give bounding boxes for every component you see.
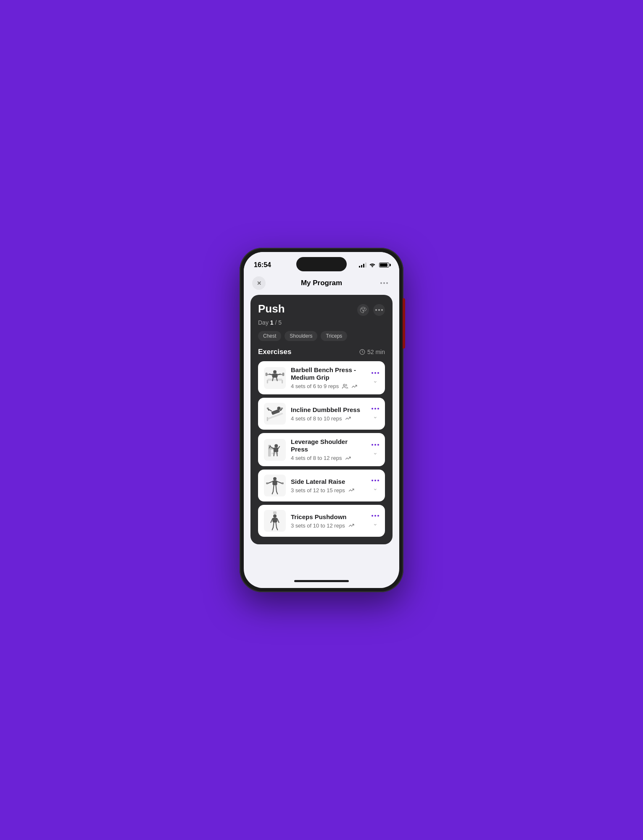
exercise-more-incline-dumbbell[interactable] — [372, 408, 379, 410]
close-button[interactable]: ✕ — [252, 276, 266, 290]
svg-line-57 — [277, 528, 277, 530]
phone-frame: 16:54 — [240, 248, 403, 592]
signal-icon — [359, 262, 366, 268]
program-title: Push — [258, 302, 285, 315]
svg-line-44 — [276, 485, 277, 491]
exercise-name-incline-dumbbell: Incline Dumbbell Press — [291, 406, 366, 414]
exercise-info-incline-dumbbell: Incline Dumbbell Press 4 sets of 8 to 10… — [291, 406, 366, 422]
svg-rect-38 — [272, 480, 277, 485]
exercise-card-barbell-bench: Barbell Bench Press - Medium Grip 4 sets… — [258, 361, 385, 394]
svg-line-43 — [273, 485, 274, 491]
exercise-list: Barbell Bench Press - Medium Grip 4 sets… — [258, 361, 385, 537]
svg-point-37 — [273, 477, 277, 480]
svg-rect-6 — [282, 380, 283, 383]
svg-line-46 — [277, 491, 277, 494]
exercise-actions-leverage-shoulder: ⌄ — [372, 444, 379, 456]
exercise-info-leverage-shoulder: Leverage Shoulder Press 4 sets of 8 to 1… — [291, 438, 366, 461]
phone-accent — [403, 298, 405, 349]
muscle-tag-shoulders: Shoulders — [285, 331, 317, 341]
svg-rect-25 — [267, 408, 269, 409]
svg-line-36 — [277, 452, 277, 456]
wifi-icon — [369, 262, 376, 268]
exercise-expand-leverage-shoulder[interactable]: ⌄ — [373, 449, 378, 456]
exercise-expand-barbell-bench[interactable]: ⌄ — [373, 377, 378, 384]
svg-rect-41 — [266, 483, 268, 484]
exercise-card-triceps-pushdown: Triceps Pushdown 3 sets of 10 to 12 reps — [258, 505, 385, 537]
exercise-card-incline-dumbbell: Incline Dumbbell Press 4 sets of 8 to 10… — [258, 398, 385, 430]
exercise-sets-triceps-pushdown: 3 sets of 10 to 12 reps — [291, 522, 366, 529]
exercise-image-incline-dumbbell — [264, 403, 286, 425]
exercise-expand-side-lateral[interactable]: ⌄ — [373, 485, 378, 491]
exercise-actions-incline-dumbbell: ⌄ — [372, 408, 379, 420]
exercise-more-triceps-pushdown[interactable] — [372, 515, 379, 517]
program-header: Push — [258, 302, 385, 316]
svg-line-53 — [277, 519, 279, 522]
muscle-tag-chest: Chest — [258, 331, 281, 341]
exercise-sets-incline-dumbbell: 4 sets of 8 to 10 reps — [291, 415, 366, 422]
home-bar — [294, 580, 349, 582]
exercise-more-leverage-shoulder[interactable] — [372, 444, 379, 446]
main-content: Push — [244, 295, 399, 574]
exercise-more-side-lateral[interactable] — [372, 480, 379, 481]
exercise-more-barbell-bench[interactable] — [372, 372, 379, 374]
svg-line-52 — [271, 519, 272, 522]
battery-icon — [379, 262, 389, 268]
exercise-name-leverage-shoulder: Leverage Shoulder Press — [291, 438, 366, 453]
duration-display: 52 min — [359, 349, 385, 355]
status-icons — [359, 262, 389, 268]
status-time: 16:54 — [254, 261, 271, 269]
svg-line-56 — [272, 528, 273, 530]
muscle-tags: Chest Shoulders Triceps — [258, 331, 385, 341]
svg-rect-18 — [267, 417, 268, 421]
exercise-image-barbell-bench — [264, 367, 286, 389]
svg-rect-11 — [272, 373, 278, 378]
exercise-expand-triceps-pushdown[interactable]: ⌄ — [373, 520, 378, 527]
exercise-name-triceps-pushdown: Triceps Pushdown — [291, 513, 366, 521]
svg-point-50 — [273, 514, 277, 518]
exercise-info-side-lateral: Side Lateral Raise 3 sets of 12 to 15 re… — [291, 478, 366, 494]
exercise-image-leverage-shoulder — [264, 439, 286, 461]
palette-button[interactable] — [357, 304, 369, 316]
svg-rect-8 — [266, 373, 268, 376]
svg-line-33 — [278, 446, 279, 449]
exercise-image-triceps-pushdown — [264, 510, 286, 532]
exercise-image-side-lateral — [264, 475, 286, 496]
svg-rect-5 — [267, 380, 268, 383]
svg-rect-9 — [282, 373, 285, 376]
exercise-card-side-lateral: Side Lateral Raise 3 sets of 12 to 15 re… — [258, 470, 385, 501]
phone-screen: 16:54 — [244, 252, 399, 588]
exercise-actions-side-lateral: ⌄ — [372, 480, 379, 491]
program-card: Push — [250, 295, 393, 544]
svg-rect-51 — [272, 518, 277, 522]
svg-line-55 — [276, 522, 277, 528]
svg-line-45 — [272, 491, 273, 494]
home-indicator — [244, 574, 399, 588]
program-day: Day 1 / 5 — [258, 319, 385, 326]
svg-line-35 — [274, 452, 274, 456]
svg-point-0 — [361, 308, 363, 310]
program-more-button[interactable] — [373, 304, 385, 316]
duration-text: 52 min — [367, 349, 385, 355]
exercise-expand-incline-dumbbell[interactable]: ⌄ — [373, 413, 378, 420]
dynamic-island — [296, 257, 347, 271]
svg-rect-26 — [281, 408, 283, 409]
svg-point-1 — [364, 308, 365, 310]
svg-line-39 — [267, 481, 272, 483]
svg-point-30 — [274, 444, 278, 447]
exercise-actions-barbell-bench: ⌄ — [372, 372, 379, 384]
svg-rect-31 — [274, 447, 278, 452]
svg-rect-4 — [267, 378, 282, 381]
muscle-tag-triceps: Triceps — [321, 331, 347, 341]
exercises-header: Exercises 52 min — [258, 348, 385, 356]
svg-line-40 — [277, 481, 282, 483]
exercise-name-side-lateral: Side Lateral Raise — [291, 478, 366, 486]
svg-line-54 — [273, 522, 274, 528]
exercise-actions-triceps-pushdown: ⌄ — [372, 515, 379, 527]
exercise-sets-barbell-bench: 4 sets of 6 to 9 reps — [291, 383, 366, 389]
svg-point-10 — [273, 370, 277, 373]
header-more-button[interactable] — [377, 276, 391, 290]
exercise-card-leverage-shoulder: Leverage Shoulder Press 4 sets of 8 to 1… — [258, 433, 385, 466]
exercise-info-barbell-bench: Barbell Bench Press - Medium Grip 4 sets… — [291, 366, 366, 389]
svg-point-16 — [343, 384, 345, 386]
svg-rect-42 — [282, 483, 284, 484]
